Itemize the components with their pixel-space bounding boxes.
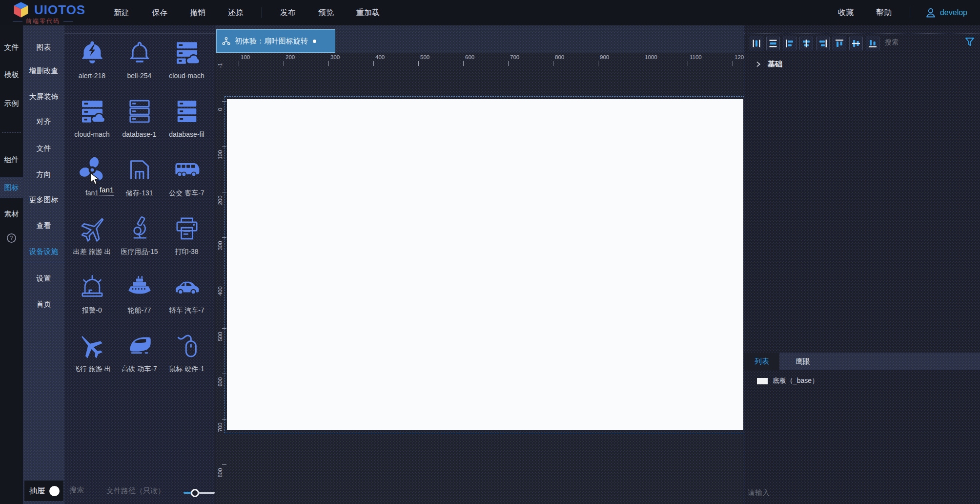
rail-item-materials[interactable]: 素材 <box>0 204 23 224</box>
h-ruler-label: 800 <box>555 54 564 60</box>
align-left-button[interactable] <box>783 37 796 50</box>
distribute-horizontal-icon <box>751 38 762 49</box>
category-settings[interactable]: 设置 <box>23 268 64 289</box>
icon-cell-train[interactable]: 高铁 动车-7 <box>116 328 163 387</box>
drawer-toggle-knob[interactable] <box>49 486 60 496</box>
tab-list[interactable]: 列表 <box>744 353 779 370</box>
filter-icon[interactable] <box>964 36 976 48</box>
icon-cell-database[interactable]: database-1 <box>116 94 163 152</box>
icon-cell-medical[interactable]: 医疗用品-15 <box>116 211 163 270</box>
icon-cell-fan[interactable]: fan1 <box>68 152 116 211</box>
v-ruler-label-clipped: -1 <box>217 59 224 72</box>
database-outline-icon <box>126 98 153 125</box>
category-devices[interactable]: 设备设施 <box>23 241 64 262</box>
category-charts[interactable]: 图表 <box>23 37 64 58</box>
distribute-vertical-button[interactable] <box>766 37 780 50</box>
icon-cell-mouse[interactable]: 鼠标 硬件-1 <box>163 328 210 387</box>
rail-item-files[interactable]: 文件 <box>0 38 23 57</box>
h-ruler-label: 600 <box>465 54 474 60</box>
v-ruler-tick <box>222 283 226 283</box>
menu-divider <box>262 7 262 18</box>
drawer-toggle[interactable]: 抽屉 <box>24 481 63 501</box>
rail-item-components[interactable]: 组件 <box>0 150 23 169</box>
v-ruler-label: 200 <box>217 194 224 207</box>
zoom-slider[interactable] <box>184 488 215 497</box>
app-subtitle-row: 前端零代码 <box>13 17 73 25</box>
icon-label: 储存-131 <box>125 189 153 198</box>
v-ruler-label: 400 <box>217 285 224 297</box>
user-chip[interactable]: develop <box>925 7 967 19</box>
align-center-button[interactable] <box>799 37 813 50</box>
rail-item-examples[interactable]: 示例 <box>0 94 23 113</box>
align-middle-button[interactable] <box>849 37 863 50</box>
category-screen-deco[interactable]: 大屏装饰 <box>23 86 64 107</box>
icon-cell-printer[interactable]: 打印-38 <box>163 211 210 270</box>
rail-item-templates[interactable]: 模板 <box>0 65 23 84</box>
category-crud[interactable]: 增删改查 <box>23 60 64 82</box>
page-tab[interactable]: 初体验：扇叶图标旋转 <box>216 29 335 53</box>
menu-new[interactable]: 新建 <box>102 8 141 18</box>
panel-footer-input[interactable] <box>748 488 865 497</box>
help-icon[interactable] <box>6 232 17 244</box>
icon-cell-storage[interactable]: 储存-131 <box>116 152 163 211</box>
train-icon <box>126 332 153 359</box>
h-ruler-label: 700 <box>510 54 519 60</box>
icon-cell-cloud-machine-1[interactable]: cloud-mach <box>163 35 210 94</box>
icon-cell-bell[interactable]: bell-254 <box>116 35 163 94</box>
menu-preview[interactable]: 预览 <box>307 8 345 18</box>
v-ruler-tick <box>222 101 226 102</box>
menu-favorites[interactable]: 收藏 <box>827 8 865 18</box>
bell-outline-icon <box>126 39 153 66</box>
section-basic[interactable]: 基础 <box>755 60 782 69</box>
top-right-divider <box>910 7 910 18</box>
panel-search-input[interactable] <box>885 38 958 46</box>
v-ruler-label: 100 <box>217 148 224 161</box>
icon-label: 医疗用品-15 <box>121 248 158 256</box>
v-ruler-label: 600 <box>217 376 224 388</box>
align-bottom-button[interactable] <box>866 37 879 50</box>
category-files[interactable]: 文件 <box>23 138 64 159</box>
h-ruler-label: 400 <box>375 54 385 60</box>
icon-cell-ship[interactable]: 轮船-77 <box>116 270 163 328</box>
tab-eagle-eye[interactable]: 鹰眼 <box>779 353 826 370</box>
category-home[interactable]: 首页 <box>23 294 64 315</box>
category-view[interactable]: 查看 <box>23 215 64 236</box>
username: develop <box>940 8 967 17</box>
align-right-button[interactable] <box>816 37 830 50</box>
category-align[interactable]: 对齐 <box>23 111 64 132</box>
category-direction[interactable]: 方向 <box>23 164 64 185</box>
icon-cell-car[interactable]: 轿车 汽车-7 <box>163 270 210 328</box>
tab-modified-dot <box>313 40 316 43</box>
logo-cube-icon <box>12 0 30 19</box>
bottom-search-input[interactable] <box>69 485 102 494</box>
icon-cell-database-filled[interactable]: database-fil <box>163 94 210 152</box>
section-basic-label: 基础 <box>768 60 782 69</box>
menu-undo[interactable]: 撤销 <box>179 8 217 18</box>
page-tab-title: 初体验：扇叶图标旋转 <box>235 37 308 46</box>
icon-cell-alert[interactable]: alert-218 <box>68 35 116 94</box>
layer-item-base[interactable]: 底板（_base） <box>744 374 980 388</box>
printer-icon <box>173 215 201 242</box>
distribute-horizontal-button[interactable] <box>750 37 763 50</box>
icon-cell-siren[interactable]: 报警-0 <box>68 270 116 328</box>
icon-cell-travel-plane[interactable]: 出差 旅游 出 <box>68 211 116 270</box>
page-canvas[interactable] <box>227 99 743 430</box>
icon-cell-bus[interactable]: 公交 客车-7 <box>163 152 210 211</box>
category-more-icons[interactable]: 更多图标 <box>23 189 64 210</box>
align-top-button[interactable] <box>833 37 846 50</box>
menu-help[interactable]: 帮助 <box>865 8 903 18</box>
h-ruler-label: 300 <box>330 54 340 60</box>
icon-cell-flight[interactable]: 飞行 旅游 出 <box>68 328 116 387</box>
rail-item-icons[interactable]: 图标 <box>0 177 23 198</box>
v-ruler-label: 700 <box>217 421 224 434</box>
menu-save[interactable]: 保存 <box>141 8 179 18</box>
v-ruler-label: 0 <box>217 103 224 116</box>
alert-bell-lightning-icon <box>79 39 106 66</box>
zoom-slider-handle[interactable] <box>191 489 199 497</box>
icon-cell-cloud-machine-2[interactable]: cloud-mach <box>68 94 116 152</box>
logo-dash-right <box>63 21 73 21</box>
menu-publish[interactable]: 发布 <box>269 8 307 18</box>
menu-redo[interactable]: 还原 <box>217 8 255 18</box>
align-middle-icon <box>851 38 861 49</box>
menu-reload[interactable]: 重加载 <box>345 8 391 18</box>
